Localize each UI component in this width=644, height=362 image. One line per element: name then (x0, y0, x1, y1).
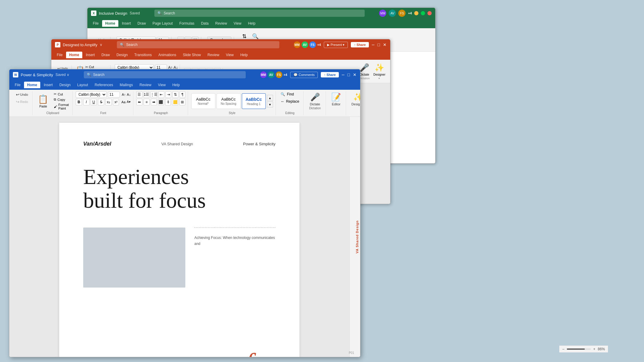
zoom-in-icon[interactable]: + (593, 347, 595, 351)
word-comments-button[interactable]: 💬 Comments (290, 72, 318, 78)
ppt-minimize-button[interactable]: – (372, 42, 375, 47)
word-minimize-button[interactable]: – (342, 72, 345, 77)
word-align-left-button[interactable]: ⬅ (136, 99, 142, 105)
style-h1-card[interactable]: AaBbCc Heading 1 (242, 93, 266, 109)
style-h1-preview: AaBbCc (245, 97, 262, 102)
word-tab-mailings[interactable]: Mailings (117, 82, 136, 88)
word-bullets-button[interactable]: ☰ (136, 91, 142, 98)
word-designer-button[interactable]: ✨ Designer (349, 91, 360, 107)
ppt-tab-transitions[interactable]: Transitions (131, 52, 155, 58)
excel-minimize-button[interactable] (414, 11, 418, 15)
ppt-share-button[interactable]: ↑ Share (351, 42, 369, 47)
word-tab-design[interactable]: Design (56, 82, 74, 88)
word-indent-dec-button[interactable]: ⇤ (158, 91, 164, 98)
word-sort-button[interactable]: ⇅ (172, 91, 178, 98)
word-tab-file[interactable]: File (12, 82, 23, 88)
word-justify-button[interactable]: ⬛ (158, 99, 164, 105)
word-undo-button[interactable]: ↩ Undo (14, 91, 30, 98)
excel-tab-home[interactable]: Home (102, 20, 118, 27)
word-tab-view[interactable]: View (155, 82, 169, 88)
word-close-button[interactable]: ✕ (353, 72, 357, 77)
ppt-tab-file[interactable]: File (54, 52, 65, 58)
ppt-close-button[interactable]: ✕ (383, 42, 387, 47)
word-line-spacing-button[interactable]: ⇕ (165, 99, 171, 105)
ppt-tab-insert[interactable]: Insert (83, 52, 98, 58)
excel-tab-insert[interactable]: Insert (119, 20, 134, 27)
ppt-tab-design[interactable]: Design (114, 52, 131, 58)
word-font-select[interactable]: Calibri (Body) (76, 91, 107, 98)
word-font-size-input[interactable] (108, 92, 120, 98)
ppt-avatar-1: MM (294, 41, 300, 48)
excel-search-bar[interactable]: 🔍 Search (154, 10, 365, 17)
excel-maximize-button[interactable] (421, 11, 425, 15)
word-shading-button[interactable]: 🟨 (172, 99, 178, 105)
word-tab-review[interactable]: Review (136, 82, 154, 88)
excel-tab-draw[interactable]: Draw (135, 20, 149, 27)
style-scroll-up-button[interactable]: ▲ (267, 95, 273, 101)
ppt-tab-home[interactable]: Home (66, 52, 82, 58)
ppt-maximize-button[interactable]: □ (378, 42, 380, 47)
word-cut-button[interactable]: ✂ Cut (53, 92, 70, 97)
excel-close-button[interactable] (427, 11, 432, 15)
ppt-search-bar[interactable]: 🔍 Search (117, 41, 279, 48)
word-tab-references[interactable]: References (92, 82, 116, 88)
word-strikethrough-button[interactable]: S̶ (98, 99, 104, 105)
word-replace-button[interactable]: ↔ Replace (279, 98, 301, 104)
word-bold-button[interactable]: B (76, 99, 82, 105)
ppt-designer-caret[interactable]: ▾ (378, 77, 380, 80)
word-editor-button[interactable]: 📝 Editor (329, 91, 343, 107)
zoom-out-icon[interactable]: – (562, 347, 564, 351)
excel-tab-help[interactable]: Help (245, 20, 259, 27)
style-normal-card[interactable]: AaBbCc Normal* (191, 93, 215, 109)
style-scroll-down-button[interactable]: ▼ (267, 101, 273, 107)
ppt-designer-button[interactable]: ✨ Designer ▾ (373, 63, 385, 80)
word-italic-button[interactable]: I (83, 99, 90, 105)
word-clear-format-button[interactable]: Aa (121, 100, 125, 104)
ppt-tab-view[interactable]: View (223, 52, 237, 58)
word-tab-bar: File Home Insert Design Layout Reference… (9, 80, 360, 90)
word-align-right-button[interactable]: ➡ (151, 99, 157, 105)
ppt-dictate-button[interactable]: 🎤 Dictate Dictation (359, 63, 370, 80)
word-tab-insert[interactable]: Insert (41, 82, 56, 88)
ppt-tab-slideshow[interactable]: Slide Show (180, 52, 204, 58)
word-format-paint-button[interactable]: 🖌 Format Paint (53, 102, 70, 111)
word-superscript-button[interactable]: x² (113, 99, 119, 105)
word-font-decrease-button[interactable]: A↓ (127, 93, 131, 96)
word-show-marks-button[interactable]: ¶ (180, 91, 185, 98)
word-tab-layout[interactable]: Layout (74, 82, 91, 88)
word-document-area[interactable]: Van/Arsdel VA Shared Design Power & Simp… (9, 117, 349, 357)
excel-tab-pagelayout[interactable]: Page Layout (150, 20, 176, 27)
word-search-bar[interactable]: 🔍 Search (84, 71, 246, 78)
word-numbering-button[interactable]: 1☰ (144, 91, 150, 98)
word-font-increase-button[interactable]: A↑ (122, 93, 126, 96)
word-tab-home[interactable]: Home (24, 82, 40, 88)
word-maximize-button[interactable]: □ (348, 72, 350, 77)
ppt-tab-draw[interactable]: Draw (99, 52, 113, 58)
ppt-tab-animations[interactable]: Animations (155, 52, 179, 58)
ppt-tab-review[interactable]: Review (205, 52, 222, 58)
excel-tab-data[interactable]: Data (198, 20, 211, 27)
word-tab-help[interactable]: Help (169, 82, 183, 88)
word-indent-inc-button[interactable]: ⇥ (166, 91, 171, 98)
style-nospace-card[interactable]: AaBbCc No Spacing (217, 93, 241, 109)
word-multilevel-button[interactable]: ⋮☰ (150, 91, 157, 98)
excel-tab-file[interactable]: File (90, 20, 102, 27)
ppt-cut-button[interactable]: ✂ Cut (85, 65, 108, 69)
word-find-button[interactable]: 🔍 Find (279, 91, 301, 97)
word-redo-button[interactable]: ↪ Redo (14, 98, 30, 105)
word-font-color-button[interactable]: A▾ (127, 100, 131, 104)
word-paste-button[interactable]: 📋 Paste (35, 93, 51, 109)
ppt-tab-help[interactable]: Help (237, 52, 251, 58)
ppt-present-button[interactable]: ▶ Present ▾ (324, 42, 348, 48)
word-share-button[interactable]: ↑ Share (321, 72, 339, 77)
excel-tab-view[interactable]: View (231, 20, 245, 27)
word-dictate-button[interactable]: 🎤 Dictate Dictation (307, 91, 323, 111)
excel-tab-formulas[interactable]: Formulas (176, 20, 197, 27)
word-align-center-button[interactable]: ≡ (144, 99, 150, 105)
word-subscript-button[interactable]: x₂ (105, 99, 112, 105)
excel-tab-review[interactable]: Review (212, 20, 230, 27)
word-header-right: Power & Simplicity (243, 142, 275, 146)
word-borders-button[interactable]: ⊞ (179, 99, 185, 105)
word-copy-button[interactable]: ⧉ Copy (53, 97, 70, 102)
word-underline-button[interactable]: U (91, 99, 97, 105)
